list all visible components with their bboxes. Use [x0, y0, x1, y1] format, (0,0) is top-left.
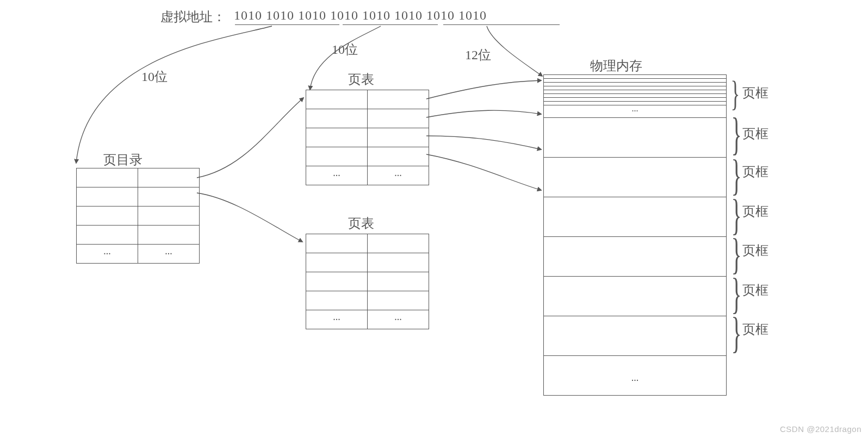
phys-frame: [544, 118, 726, 158]
page-table1-title: 页表: [348, 71, 374, 88]
page-table2-title: 页表: [348, 215, 374, 232]
watermark: CSDN @2021dragon: [780, 424, 861, 434]
addr-seg2-underline: [343, 24, 438, 25]
pt2-ell-left: ···: [306, 310, 368, 329]
virtual-address-bits: 1010 1010 1010 1010 1010 1010 1010 1010: [234, 8, 487, 23]
frame-label: 页框: [742, 125, 768, 142]
physical-memory-title: 物理内存: [590, 57, 642, 74]
addr-seg1-underline: [235, 24, 339, 25]
pd-ell-left: ···: [77, 245, 138, 264]
page-directory-title: 页目录: [103, 151, 142, 168]
pt1-ell-right: ···: [368, 166, 429, 185]
brace-icon: }: [731, 311, 742, 354]
frame-label: 页框: [742, 281, 768, 299]
phys-frame: [544, 197, 726, 237]
brace-icon: }: [731, 111, 742, 157]
pt2-ell-right: ···: [368, 310, 429, 329]
pd-ell-right: ···: [138, 245, 200, 264]
page-table2: ··· ···: [306, 234, 429, 329]
phys-frame: [544, 316, 726, 356]
phys-frame: [544, 158, 726, 197]
brace-icon: }: [730, 76, 740, 112]
addr-seg3-label: 12位: [465, 46, 491, 64]
virtual-address-prefix: 虚拟地址：: [160, 8, 226, 26]
phys-frame: [544, 237, 726, 277]
phys-ellipsis-top: ···: [544, 105, 726, 118]
phys-ellipsis-bottom: ···: [544, 356, 726, 395]
frame-label: 页框: [742, 242, 768, 259]
brace-icon: }: [731, 232, 742, 276]
brace-icon: }: [731, 153, 742, 197]
pt1-ell-left: ···: [306, 166, 368, 185]
addr-seg3-underline: [443, 24, 560, 25]
frame-label: 页框: [742, 203, 768, 220]
addr-seg1-label: 10位: [141, 68, 168, 85]
physical-memory: ··· ···: [543, 74, 727, 396]
addr-seg2-label: 10位: [332, 41, 358, 58]
frame-label: 页框: [742, 84, 768, 102]
frame-label: 页框: [742, 163, 768, 180]
phys-frame-hatched: [544, 75, 726, 105]
phys-frame: [544, 277, 726, 316]
frame-label: 页框: [742, 321, 768, 338]
page-table1: ··· ···: [306, 90, 429, 185]
page-directory-table: ··· ···: [76, 168, 200, 264]
